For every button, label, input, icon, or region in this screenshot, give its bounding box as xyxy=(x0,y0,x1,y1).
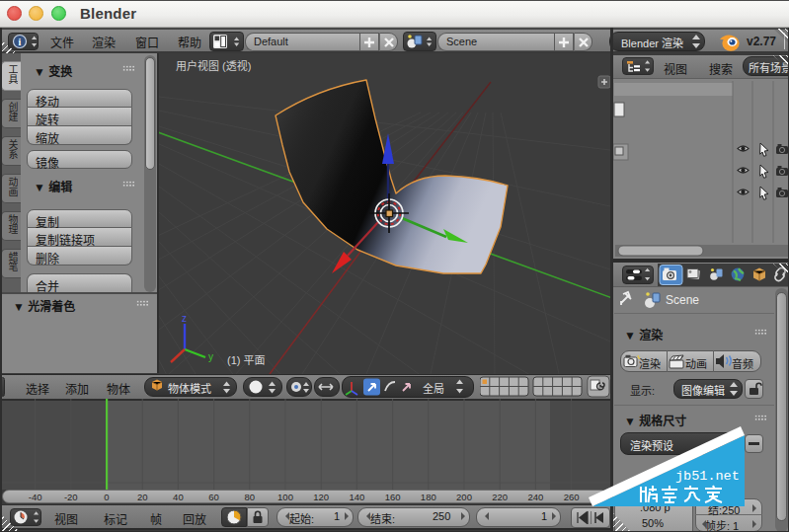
svg-text:240: 240 xyxy=(527,492,543,502)
svg-text:80: 80 xyxy=(245,492,256,502)
svg-text:220: 220 xyxy=(492,492,508,502)
svg-text:120: 120 xyxy=(313,492,329,502)
svg-text:140: 140 xyxy=(349,492,364,502)
svg-text:-40: -40 xyxy=(29,492,42,502)
svg-text:60: 60 xyxy=(208,492,219,502)
svg-text:180: 180 xyxy=(421,492,436,502)
svg-text:200: 200 xyxy=(456,492,472,502)
svg-text:40: 40 xyxy=(173,492,184,502)
svg-text:100: 100 xyxy=(277,492,293,502)
svg-text:y: y xyxy=(208,351,213,362)
svg-text:jb51.net: jb51.net xyxy=(675,469,740,484)
svg-text:(1) 平面: (1) 平面 xyxy=(227,354,266,366)
svg-text:用户视图 (透视): 用户视图 (透视) xyxy=(176,59,251,72)
svg-text:z: z xyxy=(182,313,187,324)
svg-text:0: 0 xyxy=(104,492,109,502)
svg-text:i: i xyxy=(19,37,22,47)
svg-text:160: 160 xyxy=(385,492,401,502)
svg-text:-20: -20 xyxy=(64,492,78,502)
svg-text:20: 20 xyxy=(137,492,148,502)
